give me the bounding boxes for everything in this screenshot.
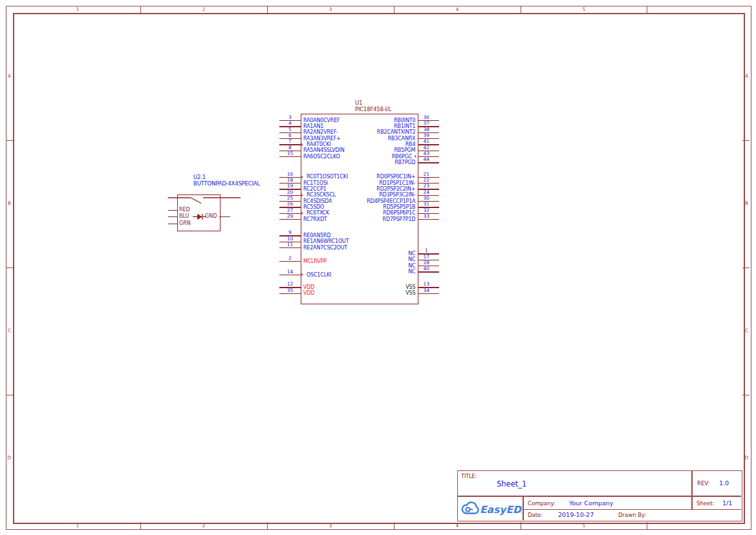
ic-pin-number[interactable]: 13 [419, 282, 433, 287]
ic-pin-number[interactable]: 33 [419, 214, 433, 219]
ic-pin-number[interactable]: 9 [279, 230, 301, 235]
ic-pin-name[interactable]: RA6OSC2CLKO [303, 154, 340, 160]
ic-pin-line[interactable] [418, 293, 439, 294]
ic-pin-line[interactable] [279, 293, 301, 294]
ic-part-number[interactable]: PIC18F458-I/L [355, 107, 391, 113]
ic-pin-name[interactable]: RC7RXDT [303, 216, 327, 223]
ic-pin-number[interactable]: 25 [279, 196, 301, 201]
ic-pin-number[interactable]: 7 [279, 139, 301, 144]
clock-input-icon[interactable]: › [301, 210, 303, 216]
ic-pin-number[interactable]: 23 [419, 184, 433, 189]
frame-row-label: A [743, 72, 751, 80]
rev-value[interactable]: 1.0 [719, 479, 729, 487]
sheet-title[interactable]: Sheet_1 [497, 479, 526, 488]
ic-pin-number[interactable]: 10 [279, 236, 301, 242]
ic-pin-line[interactable] [418, 219, 439, 220]
ic-pin-number[interactable]: 43 [419, 151, 433, 156]
buttonpad-pin-label-grn[interactable]: GRN [179, 220, 191, 227]
ic-pin-number[interactable]: 19 [279, 184, 301, 189]
ic-pin-number[interactable]: 39 [419, 133, 433, 138]
buttonpad-pin-label-gnd[interactable]: GND [205, 213, 217, 220]
ic-pin-number[interactable]: 36 [419, 115, 433, 120]
frame-tick [394, 522, 394, 529]
ic-pin-name[interactable]: RE2AN7CSC2OUT [303, 245, 347, 251]
ic-pin-number[interactable]: 28 [419, 260, 433, 266]
ic-pin-name[interactable]: NC [408, 269, 415, 275]
frame-col-label: 4 [448, 522, 467, 530]
ic-pin-number[interactable]: 34 [419, 288, 433, 293]
ic-pin-name[interactable]: VSS [405, 290, 415, 297]
date-value[interactable]: 2019-10-27 [558, 511, 594, 518]
ic-pin-number[interactable]: 1 [419, 248, 433, 253]
ic-pin-number[interactable]: 29 [279, 214, 301, 219]
clock-input-icon[interactable]: ‹ [414, 153, 416, 160]
ic-pin-number[interactable]: 26 [279, 202, 301, 207]
title-block-divider [523, 496, 524, 520]
ic-pin-line[interactable] [279, 219, 301, 220]
ic-pin-name[interactable]: MCLRVPP [303, 258, 327, 265]
ic-pin-number[interactable]: 38 [419, 127, 433, 132]
company-value[interactable]: Your Company [569, 499, 614, 507]
ic-pin-number[interactable]: 14 [279, 269, 301, 275]
ic-pin-number[interactable]: 44 [419, 157, 433, 162]
buttonpad-pin-label-blu[interactable]: BLU [179, 213, 189, 220]
frame-col-label: 3 [321, 6, 340, 14]
ic-pin-number[interactable]: 20 [279, 190, 301, 195]
ic-pin-line[interactable] [279, 156, 301, 157]
ic-pin-number[interactable]: 35 [279, 288, 301, 293]
ic-pin-number[interactable]: 32 [419, 208, 433, 213]
frame-col-label: 4 [448, 6, 467, 14]
ic-pin-number[interactable]: 8 [279, 145, 301, 151]
clock-input-icon[interactable]: › [301, 142, 303, 148]
frame-tick [6, 268, 13, 268]
ic-pin-number[interactable]: 2 [279, 256, 301, 261]
clock-input-icon[interactable]: › [301, 271, 303, 278]
ic-pin-number[interactable]: 16 [279, 172, 301, 177]
ic-pin-name[interactable]: RD7PSP7P1D [383, 216, 416, 223]
ic-pin-number[interactable]: 11 [279, 242, 301, 247]
ic-pin-number[interactable]: 22 [419, 178, 433, 183]
ic-pin-line[interactable] [418, 271, 439, 272]
ic-pin-number[interactable]: 12 [279, 282, 301, 287]
frame-tick [647, 6, 647, 13]
ic-pin-number[interactable]: 40 [419, 266, 433, 271]
ic-pin-name[interactable]: VDD [303, 290, 314, 297]
drawn-by-label: Drawn By: [618, 512, 646, 518]
ic-pin-line[interactable] [279, 247, 301, 248]
frame-row-label: B [6, 200, 14, 207]
buttonpad-part-number[interactable]: BUTTONPAD-4X4SPECIAL [193, 181, 260, 187]
frame-col-label: 3 [321, 522, 340, 530]
ic-pin-number[interactable]: 18 [279, 178, 301, 183]
ic-pin-number[interactable]: 42 [419, 145, 433, 151]
sheet-value[interactable]: 1/1 [722, 499, 732, 507]
ic-pin-name[interactable]: RB7PGD [394, 160, 415, 166]
ic-pin-number[interactable]: 30 [419, 196, 433, 201]
ic-pin-number[interactable]: 37 [419, 121, 433, 126]
ic-pin-number[interactable]: 4 [279, 121, 301, 126]
ic-pin-line[interactable] [279, 275, 301, 275]
ic-pin-number[interactable]: 31 [419, 202, 433, 207]
ic-pin-number[interactable]: 17 [419, 255, 433, 260]
clock-input-icon[interactable]: › [301, 174, 303, 180]
switch-icon[interactable] [168, 198, 241, 204]
ic-pin-line[interactable] [279, 261, 301, 262]
frame-tick [394, 6, 394, 13]
ic-pin-name[interactable]: OSC1CLKI [307, 272, 331, 278]
buttonpad-pin-label-red[interactable]: RED [179, 207, 190, 213]
ic-pin-number[interactable]: 21 [419, 172, 433, 177]
ic-pin-number[interactable]: 15 [279, 151, 301, 156]
clock-input-icon[interactable]: › [301, 192, 303, 198]
ic-pin-number[interactable]: 5 [279, 127, 301, 132]
title-label: TITLE: [461, 474, 477, 479]
ic-pin-number[interactable]: 24 [419, 190, 433, 195]
ic-pin-number[interactable]: 41 [419, 139, 433, 144]
ic-pin-number[interactable]: 6 [279, 133, 301, 138]
ic-pin-line[interactable] [418, 162, 439, 163]
frame-row-label: B [743, 200, 751, 207]
date-label: Date: [528, 512, 543, 518]
diode-icon[interactable] [193, 214, 206, 220]
frame-tick [647, 522, 647, 529]
frame-row-label: D [6, 454, 14, 462]
ic-pin-number[interactable]: 27 [279, 208, 301, 213]
ic-pin-number[interactable]: 3 [279, 115, 301, 120]
